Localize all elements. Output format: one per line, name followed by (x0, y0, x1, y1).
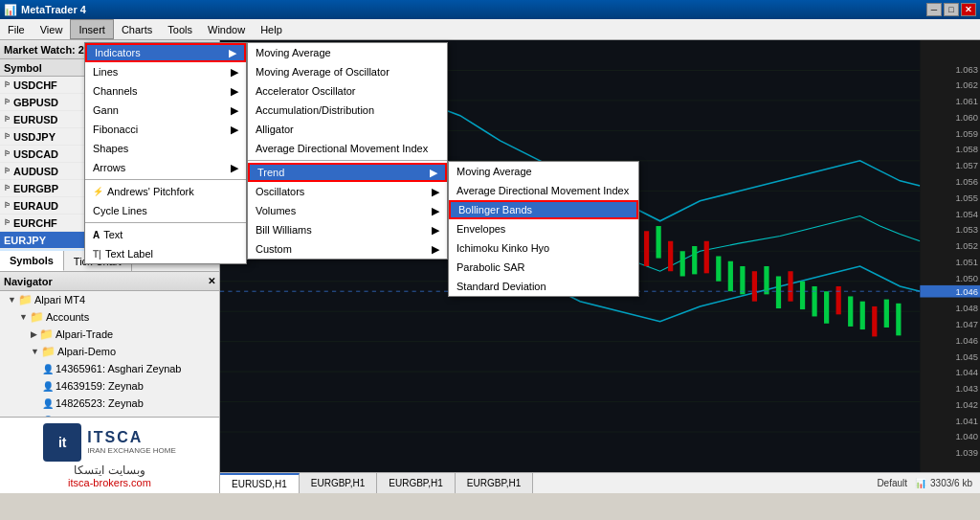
pitchfork-label: Andrews' Pitchfork (107, 186, 194, 197)
trend-envelopes-item[interactable]: Envelopes (449, 219, 638, 238)
text-type-icon: A (93, 230, 100, 240)
menu-insert[interactable]: Insert (70, 19, 114, 39)
menubar: File View Insert Charts Tools Window Hel… (0, 19, 980, 40)
bottom-tab-eurgbp-h1-2[interactable]: EURGBP,H1 (377, 473, 456, 493)
tree-account-2[interactable]: 👤 14639159: Zeynab (0, 377, 219, 395)
accelerator-label: Accelerator Oscillator (256, 85, 356, 97)
chart-bottom-tabs: EURUSD,H1 EURGBP,H1 EURGBP,H1 EURGBP,H1 … (220, 472, 980, 493)
fibonacci-label: Fibonacci (93, 124, 138, 135)
insert-cycle-lines-item[interactable]: Cycle Lines (85, 201, 246, 220)
svg-rect-49 (728, 261, 733, 291)
tree-account-1[interactable]: 👤 14365961: Asghari Zeynab (0, 360, 219, 377)
menu-help[interactable]: Help (253, 19, 290, 39)
tree-label-account3: 14826523: Zeynab (56, 397, 144, 409)
menu-charts[interactable]: Charts (114, 19, 160, 39)
menu-tools[interactable]: Tools (160, 19, 200, 39)
ind-trend-item[interactable]: Trend ▶ (248, 163, 447, 182)
trend-moving-average-item[interactable]: Moving Average (449, 162, 638, 181)
insert-gann-item[interactable]: Gann ▶ (85, 101, 246, 120)
svg-text:1.042: 1.042 (955, 399, 978, 410)
insert-shapes-item[interactable]: Shapes (85, 139, 246, 158)
svg-text:1.046: 1.046 (955, 335, 978, 346)
expand-icon: ▼ (8, 295, 16, 305)
tree-label-account2: 14639159: Zeynab (56, 380, 144, 392)
menu-separator-2 (85, 222, 246, 223)
channels-arrow: ▶ (231, 85, 238, 98)
tree-label-demo: Alpari-Demo (57, 346, 116, 357)
ind-volumes-item[interactable]: Volumes ▶ (248, 201, 447, 220)
custom-label: Custom (256, 243, 292, 255)
tree-account-3[interactable]: 👤 14826523: Zeynab (0, 395, 219, 412)
svg-rect-56 (812, 286, 816, 316)
ind-admi-item[interactable]: Average Directional Movement Index (248, 139, 447, 158)
bottom-tab-eurgbp-h1-1[interactable]: EURGBP,H1 (300, 473, 378, 493)
logo-brand: ITSCA (87, 429, 175, 446)
ind-moving-average-item[interactable]: Moving Average (248, 43, 447, 62)
logo-website-text: وبسایت ایتسکا (74, 463, 145, 477)
arrows-arrow: ▶ (231, 162, 238, 174)
text-label: Text (103, 229, 122, 240)
titlebar-controls: ─ □ ✕ (926, 3, 976, 16)
ind-accelerator-item[interactable]: Accelerator Oscillator (248, 81, 447, 101)
svg-rect-46 (692, 246, 697, 274)
menu-view[interactable]: View (33, 19, 71, 39)
trend-parabolic-sar-item[interactable]: Parabolic SAR (449, 258, 638, 277)
tree-alpari-demo[interactable]: ▼ 📁 Alpari-Demo (0, 343, 219, 360)
symbol-eurjpy: EURJPY (0, 235, 77, 246)
minimize-button[interactable]: ─ (926, 3, 942, 16)
menu-window[interactable]: Window (200, 19, 253, 39)
tab-symbols[interactable]: Symbols (0, 251, 64, 271)
trend-admi-item[interactable]: Average Directional Movement Index (449, 181, 638, 200)
insert-text-item[interactable]: A Text (85, 225, 246, 244)
insert-fibonacci-item[interactable]: Fibonacci ▶ (85, 120, 246, 139)
svg-text:1.054: 1.054 (955, 209, 978, 219)
envelopes-label: Envelopes (457, 223, 505, 235)
svg-text:1.052: 1.052 (955, 240, 978, 251)
lines-arrow: ▶ (231, 66, 238, 79)
svg-rect-42 (644, 231, 649, 266)
account-icon-1: 👤 (42, 364, 54, 374)
folder-icon-demo: 📁 (41, 345, 56, 358)
trend-ichimoku-item[interactable]: Ichimoku Kinko Hyo (449, 238, 638, 258)
ind-custom-item[interactable]: Custom ▶ (248, 239, 447, 259)
fibonacci-arrow: ▶ (231, 124, 238, 136)
tree-accounts[interactable]: ▼ 📁 Accounts (0, 308, 219, 326)
insert-pitchfork-item[interactable]: ⚡ Andrews' Pitchfork (85, 182, 246, 201)
menu-file[interactable]: File (0, 19, 33, 39)
ind-alligator-item[interactable]: Alligator (248, 120, 447, 139)
maximize-button[interactable]: □ (944, 3, 959, 16)
ind-moving-average-oscillator-item[interactable]: Moving Average of Oscillator (248, 62, 447, 81)
standard-deviation-label: Standard Deviation (457, 281, 546, 292)
trend-bollinger-bands-item[interactable]: Bollinger Bands (449, 200, 638, 219)
ind-bill-williams-item[interactable]: Bill Williams ▶ (248, 220, 447, 239)
insert-arrows-item[interactable]: Arrows ▶ (85, 158, 246, 177)
insert-menu: Indicators ▶ Lines ▶ Channels ▶ Gann ▶ F… (84, 42, 247, 264)
svg-rect-60 (860, 302, 865, 329)
bottom-tab-eurgbp-h1-3[interactable]: EURGBP,H1 (456, 473, 534, 493)
admi-label: Average Directional Movement Index (256, 143, 428, 154)
tree-alpari-trade[interactable]: ▶ 📁 Alpari-Trade (0, 326, 219, 343)
svg-rect-44 (668, 241, 673, 271)
svg-text:1.048: 1.048 (955, 303, 978, 313)
bottom-tab-eurusd-h1[interactable]: EURUSD,H1 (220, 473, 300, 493)
trend-standard-deviation-item[interactable]: Standard Deviation (449, 277, 638, 296)
navigator-tree: ▼ 📁 Alpari MT4 ▼ 📁 Accounts ▶ 📁 Alpari-T… (0, 291, 219, 417)
ind-accumulation-item[interactable]: Accumulation/Distribution (248, 101, 447, 120)
navigator-close[interactable]: ✕ (208, 276, 215, 286)
trend-submenu: Moving Average Average Directional Movem… (448, 161, 639, 297)
oscillators-arrow: ▶ (432, 186, 439, 198)
svg-text:1.061: 1.061 (955, 96, 978, 106)
svg-rect-58 (836, 286, 841, 314)
insert-indicators-item[interactable]: Indicators ▶ (85, 43, 246, 62)
insert-channels-item[interactable]: Channels ▶ (85, 81, 246, 101)
symbol-usdchf: 🏳 USDCHF (0, 79, 77, 91)
close-button[interactable]: ✕ (961, 3, 976, 16)
insert-text-label-item[interactable]: T| Text Label (85, 244, 246, 263)
insert-lines-item[interactable]: Lines ▶ (85, 62, 246, 81)
status-info: 📊 3303/6 kb (915, 478, 972, 488)
ind-oscillators-item[interactable]: Oscillators ▶ (248, 182, 447, 201)
tree-label-trade: Alpari-Trade (56, 328, 113, 340)
svg-text:1.039: 1.039 (955, 447, 978, 458)
tree-alpari-mt4[interactable]: ▼ 📁 Alpari MT4 (0, 291, 219, 308)
svg-rect-52 (764, 266, 768, 294)
